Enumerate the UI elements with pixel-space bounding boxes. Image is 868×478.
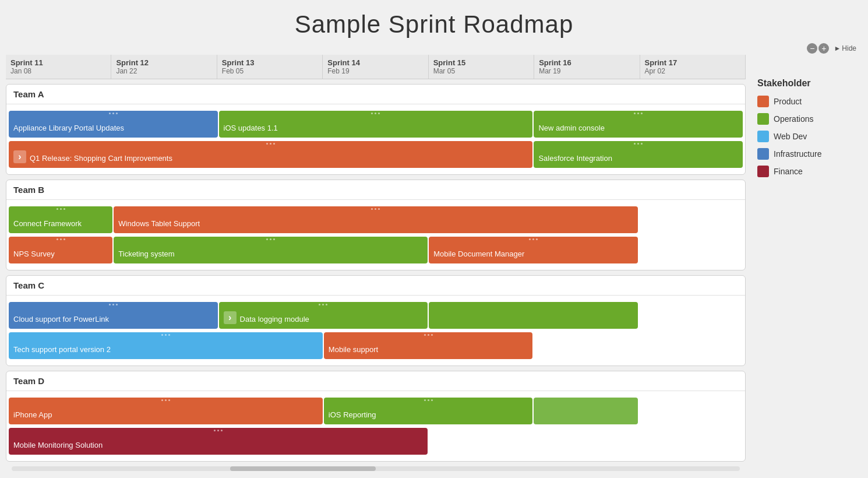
team-section-team-d: Team DiPhone AppiOS ReportingMobile Moni…: [6, 371, 746, 462]
bar-team-a-0-2[interactable]: New admin console: [534, 111, 743, 138]
drag-handle-icon: [9, 208, 112, 210]
page-title: Sample Sprint Roadmap: [0, 0, 868, 43]
drag-handle-icon: [114, 238, 428, 240]
team-rows-team-c: Cloud support for PowerLink›Data logging…: [6, 296, 745, 365]
legend-item-infrastructure: Infrastructure: [757, 148, 862, 160]
zoom-controls: − +: [807, 43, 829, 54]
legend-label: Infrastructure: [774, 149, 821, 159]
bar-label: Q1 Release: Shopping Cart Improvements: [30, 150, 172, 163]
page-wrapper: Sample Sprint Roadmap − + ► Hide Sprint …: [0, 0, 868, 478]
bar-team-c-0-1[interactable]: ›Data logging module: [219, 302, 428, 329]
bar-team-a-0-0[interactable]: Appliance Library Portal Updates: [9, 111, 218, 138]
team-rows-team-a: Appliance Library Portal UpdatesiOS upda…: [6, 104, 745, 174]
drag-handle-icon: [534, 113, 743, 114]
team-section-team-c: Team CCloud support for PowerLink›Data l…: [6, 275, 746, 366]
bar-team-b-1-1[interactable]: Ticketing system: [114, 237, 428, 263]
sprint-header-0: Sprint 11Jan 08: [6, 55, 111, 79]
sprint-header-5: Sprint 16Mar 19: [534, 55, 640, 79]
bar-team-c-0-0[interactable]: Cloud support for PowerLink: [9, 302, 218, 329]
bar-team-b-0-0[interactable]: Connect Framework: [9, 206, 112, 233]
legend-label: Product: [774, 97, 802, 106]
bar-team-c-1-0[interactable]: Tech support portal version 2: [9, 332, 323, 359]
bar-label: Salesforce Integration: [538, 150, 612, 163]
drag-handle-icon: [324, 334, 533, 336]
bar-team-b-0-1[interactable]: Windows Tablet Support: [114, 206, 637, 233]
bar-row-team-c-1: Tech support portal version 2Mobile supp…: [6, 331, 745, 361]
bar-label: Mobile support: [329, 342, 378, 354]
controls-row: − + ► Hide: [0, 43, 868, 55]
expand-chevron-icon[interactable]: ›: [224, 311, 237, 324]
bar-label: New admin console: [538, 120, 604, 133]
bar-team-a-1-1[interactable]: Salesforce Integration: [534, 141, 743, 168]
legend-item-finance: Finance: [757, 166, 862, 177]
zoom-out-button[interactable]: −: [807, 43, 817, 54]
bar-row-team-b-1: NPS SurveyTicketing systemMobile Documen…: [6, 235, 745, 265]
bar-label: iPhone App: [13, 407, 52, 420]
bar-team-c-1-1[interactable]: Mobile support: [324, 332, 533, 359]
sprint-header: Sprint 11Jan 08Sprint 12Jan 22Sprint 13F…: [6, 55, 746, 79]
bar-team-b-1-0[interactable]: NPS Survey: [9, 237, 112, 263]
drag-handle-icon: [429, 238, 638, 240]
scroll-bar[interactable]: [12, 466, 740, 471]
bar-label: NPS Survey: [13, 246, 55, 259]
team-section-team-b: Team BConnect FrameworkWindows Tablet Su…: [6, 180, 746, 270]
bar-row-team-a-1: ›Q1 Release: Shopping Cart ImprovementsS…: [6, 139, 745, 170]
drag-handle-icon: [9, 238, 112, 240]
bar-team-d-0-0[interactable]: iPhone App: [9, 398, 323, 424]
bar-team-d-1-0[interactable]: Mobile Monitoring Solution: [9, 428, 428, 455]
legend-label: Finance: [774, 167, 803, 176]
bottom-bar: Powered by ProductPlan Feedback | Suppor…: [0, 473, 868, 478]
bar-label: iOS updates 1.1: [224, 120, 278, 133]
expand-chevron-icon[interactable]: ›: [13, 150, 26, 163]
legend-label: Operations: [774, 114, 813, 124]
scroll-thumb: [230, 466, 376, 471]
zoom-in-button[interactable]: +: [818, 43, 829, 54]
team-header-team-b: Team B: [6, 180, 745, 200]
bar-label: Mobile Document Manager: [433, 246, 524, 259]
bar-team-d-0-2[interactable]: [534, 398, 637, 424]
legend-item-operations: Operations: [757, 113, 862, 125]
legend-color-box: [757, 96, 769, 107]
bar-row-team-d-0: iPhone AppiOS Reporting: [6, 396, 745, 426]
drag-handle-icon: [9, 143, 532, 145]
legend-label: Web Dev: [774, 132, 807, 141]
sprint-header-2: Sprint 13Feb 05: [217, 55, 323, 79]
bar-team-b-1-2[interactable]: Mobile Document Manager: [429, 237, 638, 263]
drag-handle-icon: [114, 208, 637, 210]
bar-label: Ticketing system: [118, 246, 174, 259]
bar-row-team-c-0: Cloud support for PowerLink›Data logging…: [6, 300, 745, 331]
bar-label: Windows Tablet Support: [118, 216, 200, 229]
team-rows-team-d: iPhone AppiOS ReportingMobile Monitoring…: [6, 391, 745, 461]
legend-item-web-dev: Web Dev: [757, 131, 862, 142]
team-rows-team-b: Connect FrameworkWindows Tablet SupportN…: [6, 200, 745, 270]
legend-title: Stakeholder: [757, 78, 862, 89]
bar-row-team-a-0: Appliance Library Portal UpdatesiOS upda…: [6, 109, 745, 139]
team-header-team-a: Team A: [6, 85, 745, 104]
bar-label: Connect Framework: [13, 216, 82, 229]
hide-button[interactable]: ► Hide: [834, 44, 856, 52]
drag-handle-icon: [9, 399, 323, 401]
drag-handle-icon: [219, 113, 533, 114]
sprint-header-6: Sprint 17Apr 02: [640, 55, 746, 79]
bar-label: iOS Reporting: [329, 407, 376, 420]
chevron-right-icon: ►: [834, 44, 841, 52]
roadmap-container: Sprint 11Jan 08Sprint 12Jan 22Sprint 13F…: [6, 55, 746, 473]
sprint-header-3: Sprint 14Feb 19: [323, 55, 428, 79]
drag-handle-icon: [534, 143, 743, 145]
legend-color-box: [757, 166, 769, 177]
teams-container: Team AAppliance Library Portal UpdatesiO…: [6, 84, 746, 462]
hide-label: Hide: [842, 44, 856, 52]
team-header-team-c: Team C: [6, 276, 745, 296]
team-section-team-a: Team AAppliance Library Portal UpdatesiO…: [6, 84, 746, 175]
bar-team-a-0-1[interactable]: iOS updates 1.1: [219, 111, 533, 138]
bar-team-c-0-2[interactable]: [429, 302, 638, 329]
drag-handle-icon: [9, 304, 218, 305]
drag-handle-icon: [324, 399, 533, 401]
bar-label: Tech support portal version 2: [13, 342, 111, 354]
sidebar: Stakeholder ProductOperationsWeb DevInfr…: [746, 55, 862, 473]
drag-handle-icon: [9, 113, 218, 114]
legend-color-box: [757, 113, 769, 125]
bar-team-d-0-1[interactable]: iOS Reporting: [324, 398, 533, 424]
bar-team-a-1-0[interactable]: ›Q1 Release: Shopping Cart Improvements: [9, 141, 532, 168]
drag-handle-icon: [9, 334, 323, 336]
